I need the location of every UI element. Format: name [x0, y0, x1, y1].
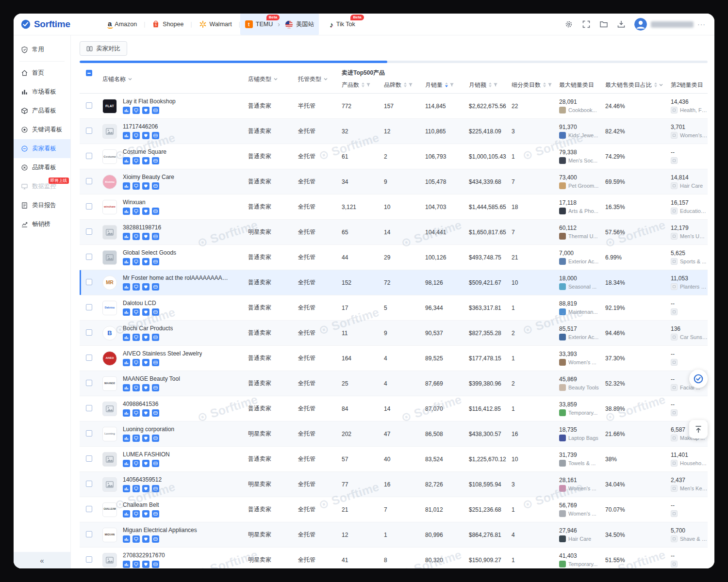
monitor-action-icon[interactable] [132, 384, 140, 391]
favorite-action-icon[interactable] [142, 510, 149, 517]
row-checkbox[interactable] [86, 506, 92, 512]
monitor-action-icon[interactable] [132, 485, 140, 492]
monitor-action-icon[interactable] [132, 157, 140, 164]
settings-gear-icon[interactable] [564, 20, 573, 29]
row-checkbox[interactable] [86, 102, 92, 109]
favorite-action-icon[interactable] [142, 233, 149, 240]
coupon-action-icon[interactable] [152, 107, 159, 114]
coupon-action-icon[interactable] [152, 384, 159, 391]
coupon-action-icon[interactable] [152, 233, 159, 240]
monitor-action-icon[interactable] [132, 334, 140, 341]
store-name-link[interactable]: 40988641536 [123, 401, 159, 407]
favorite-action-icon[interactable] [142, 334, 149, 341]
row-checkbox[interactable] [86, 329, 92, 336]
store-name-link[interactable]: 2708322917670 [123, 552, 165, 559]
monitor-action-icon[interactable] [132, 359, 140, 366]
coupon-action-icon[interactable] [152, 308, 159, 316]
coupon-action-icon[interactable] [152, 334, 159, 341]
sidebar-item-brand[interactable]: 品牌看板 [14, 158, 70, 177]
coupon-action-icon[interactable] [152, 535, 159, 543]
monitor-action-icon[interactable] [132, 233, 140, 240]
table-row[interactable]: CHALLEAM Challeam Belt 普通卖家 全托管 21 7 81,… [80, 497, 708, 522]
table-row[interactable]: 2708322917670 明星卖家 全托管 41 8 80,320 $150,… [80, 548, 708, 568]
analysis-action-icon[interactable] [123, 283, 130, 291]
tab-region-us[interactable]: 美国站 [280, 14, 319, 35]
row-checkbox[interactable] [86, 304, 92, 310]
table-row[interactable]: FLAT Lay it Flat Bookshop 普通卖家 半托管 772 1… [80, 94, 708, 119]
store-name-link[interactable]: Luoning corporation [123, 426, 174, 433]
table-row[interactable]: MAANGE MAANGE Beauty Tool 普通卖家 全托管 25 4 … [80, 371, 708, 396]
table-row[interactable]: Xioimu Xioimy Beauty Care 普通卖家 全托管 34 9 … [80, 169, 708, 194]
favorite-action-icon[interactable] [142, 208, 149, 215]
analysis-action-icon[interactable] [123, 182, 130, 190]
monitor-action-icon[interactable] [132, 107, 140, 114]
chevron-down-icon[interactable] [273, 77, 278, 81]
analysis-action-icon[interactable] [123, 359, 130, 366]
analysis-action-icon[interactable] [123, 384, 130, 391]
sort-toggle[interactable] [489, 82, 492, 87]
favorite-action-icon[interactable] [142, 485, 149, 492]
chevron-down-icon[interactable] [128, 77, 132, 81]
back-to-top-button[interactable] [689, 420, 708, 438]
coupon-action-icon[interactable] [152, 510, 159, 517]
sort-toggle-active-desc[interactable] [445, 82, 448, 87]
sidebar-item-bestseller[interactable]: 畅销榜 [14, 215, 70, 234]
analysis-action-icon[interactable] [123, 561, 130, 568]
analysis-action-icon[interactable] [123, 308, 130, 316]
coupon-action-icon[interactable] [152, 435, 159, 442]
table-row[interactable]: Luoning Luoning corporation 明星卖家 全托管 202… [80, 421, 708, 447]
monitor-action-icon[interactable] [132, 535, 140, 543]
monitor-action-icon[interactable] [132, 182, 140, 190]
coupon-action-icon[interactable] [152, 208, 159, 215]
coupon-action-icon[interactable] [152, 485, 159, 492]
table-row[interactable]: Dalotou Dalotou LCD 普通卖家 全托管 17 5 96,344… [80, 295, 708, 321]
sorftime-logo[interactable]: Sorftime [20, 19, 88, 30]
filter-funnel-icon[interactable] [408, 82, 413, 87]
row-checkbox[interactable] [86, 531, 92, 537]
filter-funnel-icon[interactable] [547, 82, 552, 87]
filter-funnel-icon[interactable] [449, 82, 454, 87]
store-name-link[interactable]: Xioimy Beauty Care [123, 174, 174, 180]
store-name-link[interactable]: MAANGE Beauty Tool [123, 375, 180, 382]
analysis-action-icon[interactable] [123, 208, 130, 215]
chevron-down-icon[interactable] [659, 82, 663, 87]
analysis-action-icon[interactable] [123, 409, 130, 417]
sidebar-item-seller[interactable]: 卖家看板 [14, 139, 70, 158]
sidebar-item-market[interactable]: 市场看板 [14, 82, 70, 101]
row-checkbox[interactable] [86, 430, 92, 436]
coupon-action-icon[interactable] [152, 359, 159, 366]
row-checkbox[interactable] [86, 556, 92, 563]
folder-icon[interactable] [599, 20, 608, 29]
tab-shopee[interactable]: Shopee [145, 14, 190, 35]
filter-funnel-icon[interactable] [493, 82, 498, 87]
store-name-link[interactable]: LUMEA FASHION [123, 451, 170, 458]
coupon-action-icon[interactable] [152, 409, 159, 417]
table-row[interactable]: Global Select Goods 普通卖家 全托管 44 29 100,1… [80, 245, 708, 270]
table-row[interactable]: 11717446206 普通卖家 全托管 32 12 110,865 $225,… [80, 119, 708, 144]
favorite-action-icon[interactable] [142, 283, 149, 291]
coupon-action-icon[interactable] [152, 132, 159, 139]
store-name-link[interactable]: Lay it Flat Bookshop [123, 98, 176, 105]
sidebar-item-product[interactable]: 产品看板 [14, 101, 70, 120]
favorite-action-icon[interactable] [142, 107, 149, 114]
analysis-action-icon[interactable] [123, 460, 130, 467]
monitor-action-icon[interactable] [132, 460, 140, 467]
row-checkbox[interactable] [86, 279, 92, 285]
table-row[interactable]: AIVEO AIVEO Stainless Steel Jewelry 普通卖家… [80, 346, 708, 371]
analysis-action-icon[interactable] [123, 107, 130, 114]
sidebar-section-common[interactable]: 常用 [14, 40, 70, 59]
table-row[interactable]: MIGUAN Miguan Electrical Appliances 明星卖家… [80, 522, 708, 548]
store-name-link[interactable]: Miguan Electrical Appliances [123, 527, 197, 534]
filter-funnel-icon[interactable] [366, 82, 371, 87]
monitor-action-icon[interactable] [132, 132, 140, 139]
analysis-action-icon[interactable] [123, 535, 130, 543]
row-checkbox[interactable] [86, 455, 92, 462]
row-checkbox[interactable] [86, 405, 92, 411]
row-checkbox[interactable] [86, 228, 92, 235]
tab-amazon[interactable]: a Amazon [101, 14, 144, 35]
monitor-action-icon[interactable] [132, 561, 140, 568]
analysis-action-icon[interactable] [123, 435, 130, 442]
store-name-link[interactable]: Dalotou LCD [123, 300, 159, 307]
tab-temu[interactable]: t TEMU Beta [240, 14, 278, 35]
analysis-action-icon[interactable] [123, 258, 130, 265]
